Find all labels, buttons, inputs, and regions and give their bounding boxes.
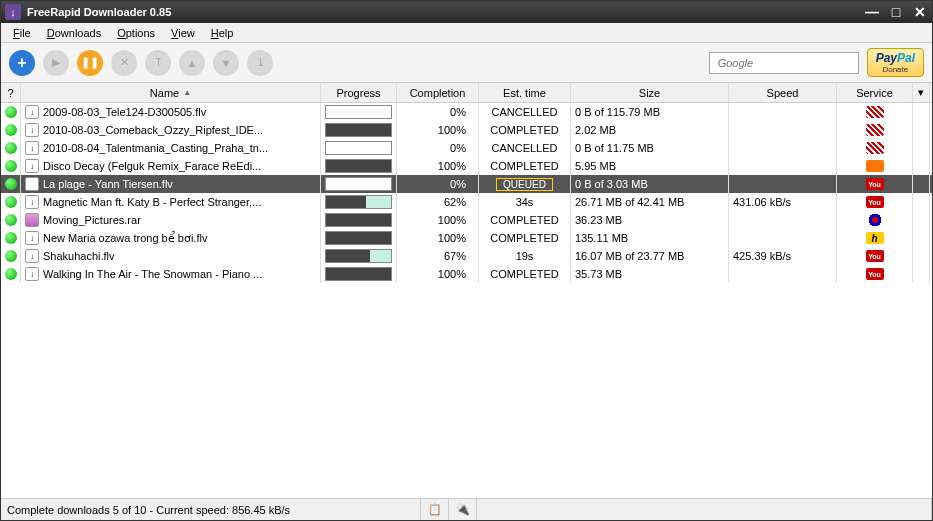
- status-dot-icon: [5, 250, 17, 262]
- size-value: 135.11 MB: [571, 229, 729, 247]
- speed-value: [729, 157, 837, 175]
- close-button[interactable]: ✕: [912, 4, 928, 20]
- move-bottom-button[interactable]: ⤓: [247, 50, 273, 76]
- file-icon: ↓: [25, 123, 39, 137]
- connection-icon[interactable]: 🔌: [449, 499, 477, 520]
- table-row[interactable]: ↓ New Maria ozawa trong bể bơi.flv 100% …: [1, 229, 932, 247]
- service-icon: [866, 160, 884, 172]
- completion-value: 67%: [397, 247, 479, 265]
- progress-bar: [325, 195, 392, 209]
- speed-value: [729, 175, 837, 193]
- col-header-esttime[interactable]: Est. time: [479, 83, 571, 102]
- table-row[interactable]: ↓ 2009-08-03_Tele124-D300505.flv 0% CANC…: [1, 103, 932, 121]
- status-text: Complete downloads 5 of 10 - Current spe…: [1, 499, 421, 520]
- service-icon: You: [866, 178, 884, 190]
- window-title: FreeRapid Downloader 0.85: [27, 6, 864, 18]
- move-top-button[interactable]: ⤒: [145, 50, 171, 76]
- completion-value: 100%: [397, 265, 479, 283]
- table-row[interactable]: ↓ Magnetic Man ft. Katy B - Perfect Stra…: [1, 193, 932, 211]
- search-box[interactable]: [709, 52, 859, 74]
- table-row[interactable]: ↓ Walking In The Air - The Snowman - Pia…: [1, 265, 932, 283]
- col-config-button[interactable]: ▾: [912, 83, 930, 102]
- maximize-button[interactable]: □: [888, 4, 904, 20]
- status-dot-icon: [5, 106, 17, 118]
- queued-badge: QUEUED: [496, 178, 553, 191]
- minimize-button[interactable]: —: [864, 4, 880, 20]
- esttime-value: 34s: [479, 193, 571, 211]
- file-name: La plage - Yann Tiersen.flv: [43, 178, 173, 190]
- esttime-value: CANCELLED: [479, 103, 571, 121]
- size-value: 35.73 MB: [571, 265, 729, 283]
- speed-value: [729, 103, 837, 121]
- esttime-value: COMPLETED: [479, 157, 571, 175]
- completion-value: 0%: [397, 175, 479, 193]
- menu-file[interactable]: File: [5, 25, 39, 41]
- esttime-value: COMPLETED: [479, 211, 571, 229]
- move-down-button[interactable]: ▼: [213, 50, 239, 76]
- completion-value: 0%: [397, 103, 479, 121]
- size-value: 26.71 MB of 42.41 MB: [571, 193, 729, 211]
- col-header-completion[interactable]: Completion: [397, 83, 479, 102]
- esttime-value: COMPLETED: [479, 121, 571, 139]
- table-row[interactable]: ↓ Shakuhachi.flv 67% 19s 16.07 MB of 23.…: [1, 247, 932, 265]
- pause-button[interactable]: ❚❚: [77, 50, 103, 76]
- search-input[interactable]: [718, 57, 857, 69]
- speed-value: [729, 265, 837, 283]
- col-header-size[interactable]: Size: [571, 83, 729, 102]
- paypal-donate-button[interactable]: PayPal Donate: [867, 48, 924, 77]
- menu-downloads[interactable]: Downloads: [39, 25, 109, 41]
- add-button[interactable]: +: [9, 50, 35, 76]
- col-header-progress[interactable]: Progress: [321, 83, 397, 102]
- file-icon: ↓: [25, 249, 39, 263]
- col-header-service[interactable]: Service: [837, 83, 912, 102]
- service-icon: [866, 124, 884, 136]
- progress-bar: [325, 123, 392, 137]
- file-icon: [25, 213, 39, 227]
- size-value: 5.95 MB: [571, 157, 729, 175]
- clipboard-monitor-icon[interactable]: 📋: [421, 499, 449, 520]
- file-name: New Maria ozawa trong bể bơi.flv: [43, 232, 207, 245]
- file-name: Shakuhachi.flv: [43, 250, 115, 262]
- progress-bar: [325, 177, 392, 191]
- size-value: 0 B of 115.79 MB: [571, 103, 729, 121]
- app-icon: ↓: [5, 4, 21, 20]
- size-value: 2.02 MB: [571, 121, 729, 139]
- file-icon: ↓: [25, 159, 39, 173]
- completion-value: 100%: [397, 229, 479, 247]
- speed-value: [729, 229, 837, 247]
- file-name: Walking In The Air - The Snowman - Piano…: [43, 268, 262, 280]
- col-header-status[interactable]: ?: [1, 83, 21, 102]
- play-button[interactable]: ▶: [43, 50, 69, 76]
- service-icon: You: [866, 268, 884, 280]
- service-icon: You: [866, 196, 884, 208]
- service-icon: h: [866, 232, 884, 244]
- col-header-speed[interactable]: Speed: [729, 83, 837, 102]
- menu-options[interactable]: Options: [109, 25, 163, 41]
- sort-asc-icon: ▲: [183, 88, 191, 97]
- file-icon: ↓: [25, 195, 39, 209]
- file-name: Disco Decay (Felguk Remix_Farace ReEdi..…: [43, 160, 261, 172]
- cancel-button[interactable]: ✕: [111, 50, 137, 76]
- file-icon: ↓: [25, 267, 39, 281]
- table-row[interactable]: ↓ 2010-08-03_Comeback_Ozzy_Ripfest_IDE..…: [1, 121, 932, 139]
- esttime-value: 19s: [479, 247, 571, 265]
- completion-value: 62%: [397, 193, 479, 211]
- esttime-value: COMPLETED: [479, 229, 571, 247]
- file-name: Magnetic Man ft. Katy B - Perfect Strang…: [43, 196, 261, 208]
- size-value: 16.07 MB of 23.77 MB: [571, 247, 729, 265]
- size-value: 0 B of 3.03 MB: [571, 175, 729, 193]
- table-row[interactable]: ↓ Disco Decay (Felguk Remix_Farace ReEdi…: [1, 157, 932, 175]
- menu-help[interactable]: Help: [203, 25, 242, 41]
- download-list: ↓ 2009-08-03_Tele124-D300505.flv 0% CANC…: [1, 103, 932, 498]
- file-name: 2009-08-03_Tele124-D300505.flv: [43, 106, 206, 118]
- file-icon: ↓: [25, 105, 39, 119]
- status-spacer: [477, 499, 932, 520]
- move-up-button[interactable]: ▲: [179, 50, 205, 76]
- completion-value: 100%: [397, 211, 479, 229]
- table-row[interactable]: ↓ La plage - Yann Tiersen.flv 0% QUEUED …: [1, 175, 932, 193]
- table-row[interactable]: Moving_Pictures.rar 100% COMPLETED 36.23…: [1, 211, 932, 229]
- table-row[interactable]: ↓ 2010-08-04_Talentmania_Casting_Praha_t…: [1, 139, 932, 157]
- menu-view[interactable]: View: [163, 25, 203, 41]
- col-header-name[interactable]: Name▲: [21, 83, 321, 102]
- table-header: ? Name▲ Progress Completion Est. time Si…: [1, 83, 932, 103]
